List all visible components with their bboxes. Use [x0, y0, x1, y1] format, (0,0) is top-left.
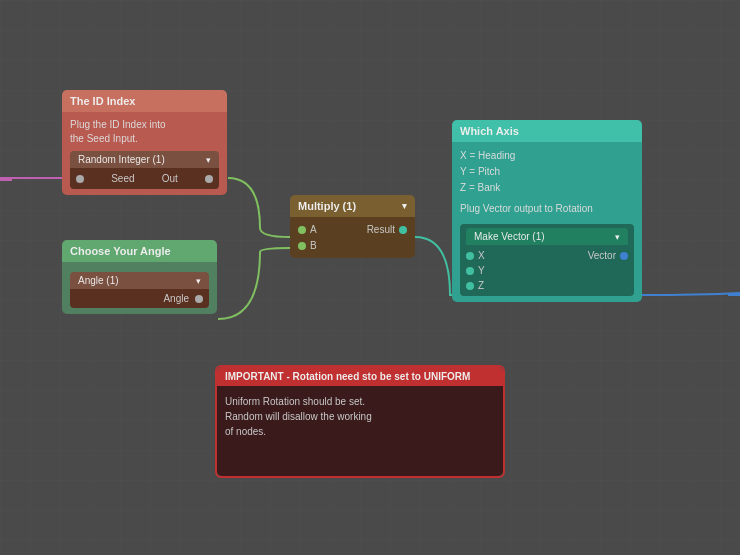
angle-dropdown-icon[interactable]: ▾	[196, 276, 201, 286]
multiply-b-row: B	[298, 239, 407, 252]
id-index-body: Plug the ID Index into the Seed Input. R…	[62, 112, 227, 195]
vector-out-port	[620, 252, 628, 260]
which-axis-body: X = Heading Y = Pitch Z = Bank Plug Vect…	[452, 142, 642, 302]
seed-label: Seed	[111, 173, 134, 184]
multiply-result-label: Result	[367, 224, 395, 235]
dropdown-arrow-icon[interactable]: ▾	[206, 155, 211, 165]
seed-port-in	[76, 175, 84, 183]
make-vector-header: Make Vector (1) ▾	[466, 228, 628, 245]
multiply-a-row: A Result	[298, 223, 407, 236]
note-title: IMPORTANT - Rotation need sto be set to …	[225, 371, 470, 382]
axis-desc: X = Heading Y = Pitch Z = Bank	[460, 148, 634, 196]
vector-y-row: Y	[466, 264, 628, 277]
note-line1: Uniform Rotation should be set.	[225, 394, 495, 409]
note-body: Uniform Rotation should be set. Random w…	[217, 386, 503, 476]
seed-port-out	[205, 175, 213, 183]
multiply-b-port-in	[298, 242, 306, 250]
random-integer-header: Random Integer (1) ▾	[70, 151, 219, 168]
random-integer-subnode: Random Integer (1) ▾ Seed Out	[70, 151, 219, 189]
multiply-title: Multiply (1)	[298, 200, 356, 212]
multiply-dropdown-icon[interactable]: ▾	[402, 201, 407, 211]
choose-angle-header: Choose Your Angle	[62, 240, 217, 262]
out-label: Out	[162, 173, 178, 184]
node-multiply: Multiply (1) ▾ A Result B	[290, 195, 415, 258]
note-line2: Random will disallow the working	[225, 409, 495, 424]
note-header: IMPORTANT - Rotation need sto be set to …	[217, 367, 503, 386]
angle-body: Angle	[70, 289, 209, 308]
left-connector	[0, 178, 12, 181]
random-integer-body: Seed Out	[70, 168, 219, 189]
vector-z-row: Z	[466, 279, 628, 292]
plug-vector-desc: Plug Vector output to Rotation	[460, 202, 634, 216]
multiply-body: A Result B	[290, 217, 415, 258]
node-id-index: The ID Index Plug the ID Index into the …	[62, 90, 227, 195]
id-index-header: The ID Index	[62, 90, 227, 112]
vector-x-label: X	[478, 250, 588, 261]
choose-angle-title: Choose Your Angle	[70, 245, 171, 257]
vector-out-label: Vector	[588, 250, 616, 261]
which-axis-header: Which Axis	[452, 120, 642, 142]
vector-y-port-in	[466, 267, 474, 275]
right-connector	[728, 293, 740, 296]
seed-port-row: Seed Out	[76, 172, 213, 185]
multiply-a-port-in	[298, 226, 306, 234]
node-which-axis: Which Axis X = Heading Y = Pitch Z = Ban…	[452, 120, 642, 302]
make-vector-dropdown-icon[interactable]: ▾	[615, 232, 620, 242]
which-axis-title: Which Axis	[460, 125, 519, 137]
angle-subnode: Angle (1) ▾ Angle	[70, 272, 209, 308]
vector-x-port-in	[466, 252, 474, 260]
angle-header: Angle (1) ▾	[70, 272, 209, 289]
angle-port-out	[195, 295, 203, 303]
vector-z-port-in	[466, 282, 474, 290]
id-index-title: The ID Index	[70, 95, 135, 107]
make-vector-subnode: Make Vector (1) ▾ X Vector Y Z	[460, 224, 634, 296]
multiply-result-port	[399, 226, 407, 234]
node-choose-angle: Choose Your Angle Angle (1) ▾ Angle	[62, 240, 217, 314]
node-note: IMPORTANT - Rotation need sto be set to …	[215, 365, 505, 478]
note-line3: of nodes.	[225, 424, 495, 439]
multiply-header: Multiply (1) ▾	[290, 195, 415, 217]
multiply-a-label: A	[310, 224, 367, 235]
choose-angle-body: Angle (1) ▾ Angle	[62, 262, 217, 314]
vector-y-label: Y	[478, 265, 628, 276]
multiply-b-label: B	[310, 240, 407, 251]
angle-label: Angle	[163, 293, 189, 304]
vector-x-row: X Vector	[466, 249, 628, 262]
vector-z-label: Z	[478, 280, 628, 291]
id-index-desc: Plug the ID Index into the Seed Input.	[70, 118, 219, 146]
